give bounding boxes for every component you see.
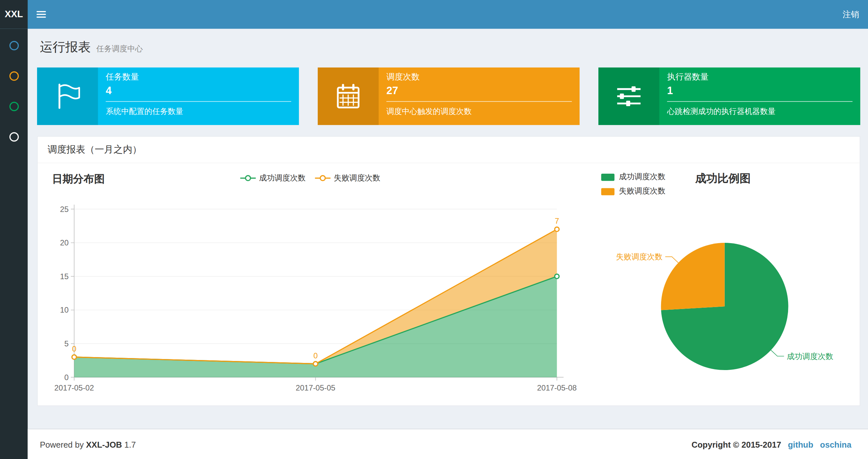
line-marker-icon [240, 174, 256, 182]
sidebar-menu [0, 41, 28, 141]
info-box-title: 任务数量 [105, 72, 291, 83]
legend-swatch-icon [601, 188, 615, 195]
info-box: 调度次数 27 调度中心触发的调度次数 [318, 67, 580, 125]
dispatch-report-panel: 调度报表（一月之内） 日期分布图 成功调度次数 失败调度次数 [37, 136, 860, 406]
date-distribution-chart: 05101520252017-05-022017-05-052017-05-08… [48, 200, 587, 394]
line-legend-item[interactable]: 成功调度次数 [240, 173, 306, 183]
svg-text:25: 25 [60, 205, 69, 214]
menu-report-circle-icon[interactable] [9, 41, 19, 50]
legend-label: 成功调度次数 [259, 173, 306, 183]
svg-text:7: 7 [555, 217, 559, 225]
info-box-value: 1 [667, 85, 852, 97]
footer: Powered by XXL-JOB 1.7 Copyright © 2015-… [28, 429, 868, 459]
legend-label: 失败调度次数 [334, 173, 380, 183]
info-box: 执行器数量 1 心跳检测成功的执行器机器数量 [598, 67, 860, 125]
svg-text:0: 0 [313, 351, 318, 360]
info-box-content: 调度次数 27 调度中心触发的调度次数 [379, 67, 580, 125]
info-box-row: 任务数量 4 系统中配置的任务数量 调度次数 27 调度中心触发的调度次数 [37, 67, 860, 125]
legend-swatch-icon [601, 173, 615, 181]
menu-help-circle-icon[interactable] [9, 132, 19, 141]
svg-text:0: 0 [72, 345, 76, 353]
pie-legend-item[interactable]: 失败调度次数 [601, 186, 665, 196]
svg-text:5: 5 [64, 339, 68, 348]
footer-copyright: Copyright © 2015-2017 github oschina [692, 439, 851, 449]
svg-text:10: 10 [60, 305, 69, 314]
sliders-icon [598, 67, 659, 125]
calendar-icon [318, 67, 378, 125]
copyright-text: Copyright © 2015-2017 [692, 439, 781, 449]
version-text: 1.7 [124, 439, 136, 449]
menu-job-circle-icon[interactable] [9, 71, 19, 81]
legend-label: 成功调度次数 [619, 172, 665, 182]
pie-legend-item[interactable]: 成功调度次数 [601, 172, 665, 182]
page-header: 运行报表任务调度中心 [40, 39, 143, 56]
success-ratio-pie-chart: 成功调度次数失败调度次数 [598, 227, 864, 409]
svg-text:0: 0 [64, 373, 68, 382]
line-chart-title: 日期分布图 [52, 172, 104, 186]
app-logo[interactable]: XXL [0, 0, 28, 29]
info-box-content: 执行器数量 1 心跳检测成功的执行器机器数量 [659, 67, 861, 125]
legend-label: 失败调度次数 [619, 186, 665, 196]
info-box-content: 任务数量 4 系统中配置的任务数量 [98, 67, 299, 125]
github-link[interactable]: github [788, 439, 813, 449]
svg-text:2017-05-08: 2017-05-08 [537, 383, 577, 392]
info-box-desc: 系统中配置的任务数量 [105, 102, 291, 117]
page-title: 运行报表 [40, 40, 91, 54]
panel-header: 调度报表（一月之内） [38, 137, 860, 163]
powered-text: Powered by [40, 439, 84, 449]
svg-text:成功调度次数: 成功调度次数 [787, 352, 833, 361]
panel-title: 调度报表（一月之内） [48, 144, 142, 155]
oschina-link[interactable]: oschina [820, 439, 851, 449]
svg-text:2017-05-05: 2017-05-05 [296, 383, 335, 392]
logout-link[interactable]: 注销 [843, 0, 859, 29]
top-navbar: XXL 注销 [0, 0, 868, 29]
info-box-desc: 心跳检测成功的执行器机器数量 [667, 102, 852, 117]
app: XXL 注销 运行报表任务调度中心 任务数量 4 [0, 0, 868, 459]
info-box-title: 执行器数量 [667, 72, 852, 83]
page-subtitle: 任务调度中心 [96, 44, 143, 53]
info-box-value: 27 [386, 85, 572, 97]
svg-text:失败调度次数: 失败调度次数 [616, 252, 662, 261]
svg-text:15: 15 [60, 272, 69, 281]
pie-chart-title: 成功比例图 [695, 171, 750, 186]
svg-text:2017-05-02: 2017-05-02 [54, 383, 94, 392]
line-legend-item[interactable]: 失败调度次数 [314, 173, 380, 183]
svg-text:20: 20 [60, 238, 69, 247]
flag-icon [37, 67, 98, 125]
info-box-title: 调度次数 [386, 72, 572, 83]
line-chart-legend: 成功调度次数 失败调度次数 [240, 173, 380, 183]
footer-powered: Powered by XXL-JOB 1.7 [40, 439, 136, 449]
pie-chart-legend: 成功调度次数 失败调度次数 [601, 172, 665, 201]
info-box-value: 4 [105, 85, 291, 97]
brand-text: XXL-JOB [86, 439, 122, 449]
info-box: 任务数量 4 系统中配置的任务数量 [37, 67, 299, 125]
panel-body: 日期分布图 成功调度次数 失败调度次数 051015 [38, 163, 860, 405]
sidebar-toggle-button[interactable] [28, 0, 54, 29]
info-box-desc: 调度中心触发的调度次数 [386, 102, 572, 117]
menu-executor-circle-icon[interactable] [9, 102, 19, 111]
line-marker-icon [314, 174, 331, 182]
sidebar [0, 29, 28, 459]
